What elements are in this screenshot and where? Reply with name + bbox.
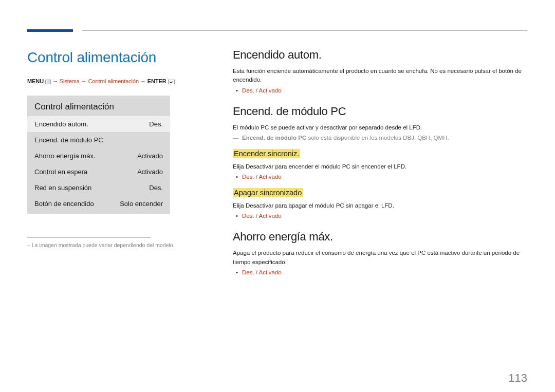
option-bullet-max-saving: Des. / Activado (242, 269, 527, 275)
option-value-auto-on: Des. / Activado (242, 87, 282, 94)
svg-rect-0 (45, 80, 51, 84)
option-bullet-sync-on: Des. / Activado (242, 174, 527, 180)
footnote-text: La imagen mostrada puede variar dependie… (32, 242, 175, 248)
breadcrumb-path-1: Sistema (60, 78, 80, 84)
note-bold: Encend. de módulo PC (242, 135, 306, 141)
footnote-dash: – (27, 242, 32, 248)
option-value-max-saving: Des. / Activado (242, 269, 282, 275)
subheading-sync-on: Encender sincroniz. (233, 149, 300, 158)
header-accent-bar (27, 29, 73, 32)
breadcrumb-path-2: Control alimentación (88, 78, 139, 84)
option-bullet-sync-off: Des. / Activado (242, 213, 527, 219)
panel-row-label: Botón de encendido (34, 200, 94, 208)
subheading-sync-off: Apagar sincronizado (233, 188, 303, 197)
left-column: Control alimentación MENU → Sistema → Co… (27, 49, 181, 248)
right-column: Encendido autom. Esta función enciende a… (233, 48, 527, 278)
section-heading-pc-module: Encend. de módulo PC (233, 105, 527, 118)
breadcrumb-enter-label: ENTER (147, 78, 166, 84)
panel-row-value: Des. (149, 184, 163, 192)
note-pc-module: Encend. de módulo PC solo está disponibl… (242, 135, 527, 141)
panel-row-label: Encend. de módulo PC (34, 136, 103, 144)
sub-para-sync-on: Elija Desactivar para encender el módulo… (233, 162, 527, 171)
note-rest: solo está disponible en los modelos DBJ,… (306, 135, 449, 141)
section-para-max-saving: Apaga el producto para reducir el consum… (233, 249, 527, 267)
panel-row: Ahorro energía máx.Activado (27, 148, 170, 164)
settings-panel: Control alimentación Encendido autom.Des… (27, 96, 170, 214)
panel-row: Red en suspensiónDes. (27, 180, 170, 196)
panel-row: Encendido autom.Des. (27, 116, 170, 132)
breadcrumb-arrow-1: → (52, 78, 58, 84)
section-para-auto-on: Esta función enciende automáticamente el… (233, 67, 527, 85)
panel-row-label: Ahorro energía máx. (34, 152, 96, 160)
menu-grid-icon (45, 79, 51, 85)
sub-para-sync-off: Elija Desactivar para apagar el módulo P… (233, 201, 527, 210)
breadcrumb-arrow-2: → (81, 78, 87, 84)
option-bullet-auto-on: Des. / Activado (242, 87, 527, 94)
panel-row-label: Encendido autom. (34, 120, 88, 128)
section-heading-auto-on: Encendido autom. (233, 48, 527, 62)
panel-row: Encend. de módulo PC (27, 132, 170, 148)
panel-row-label: Control en espera (34, 168, 87, 176)
panel-row-value: Solo encender (120, 200, 163, 208)
header-rule (82, 30, 527, 31)
footnote-separator (27, 237, 151, 238)
enter-icon (168, 79, 175, 85)
panel-title: Control alimentación (27, 96, 170, 116)
breadcrumb-menu-label: MENU (27, 78, 44, 84)
panel-row: Control en esperaActivado (27, 164, 170, 180)
page-number: 113 (508, 371, 527, 385)
section-para-pc-module: El módulo PC se puede activar y desactiv… (233, 123, 527, 132)
panel-row-value: Activado (137, 168, 163, 176)
footnote: – La imagen mostrada puede variar depend… (27, 242, 181, 248)
panel-row-value: Activado (137, 152, 163, 160)
section-heading-max-saving: Ahorro energía máx. (233, 230, 527, 244)
panel-row: Botón de encendidoSolo encender (27, 196, 170, 214)
svg-rect-3 (168, 80, 175, 84)
option-value-sync-off: Des. / Activado (242, 213, 282, 219)
panel-row-label: Red en suspensión (34, 184, 91, 192)
breadcrumb-arrow-3: → (140, 78, 146, 84)
option-value-sync-on: Des. / Activado (242, 174, 282, 180)
panel-row-value: Des. (149, 120, 163, 128)
breadcrumb: MENU → Sistema → Control alimentación → … (27, 78, 181, 85)
page-heading: Control alimentación (27, 49, 181, 66)
